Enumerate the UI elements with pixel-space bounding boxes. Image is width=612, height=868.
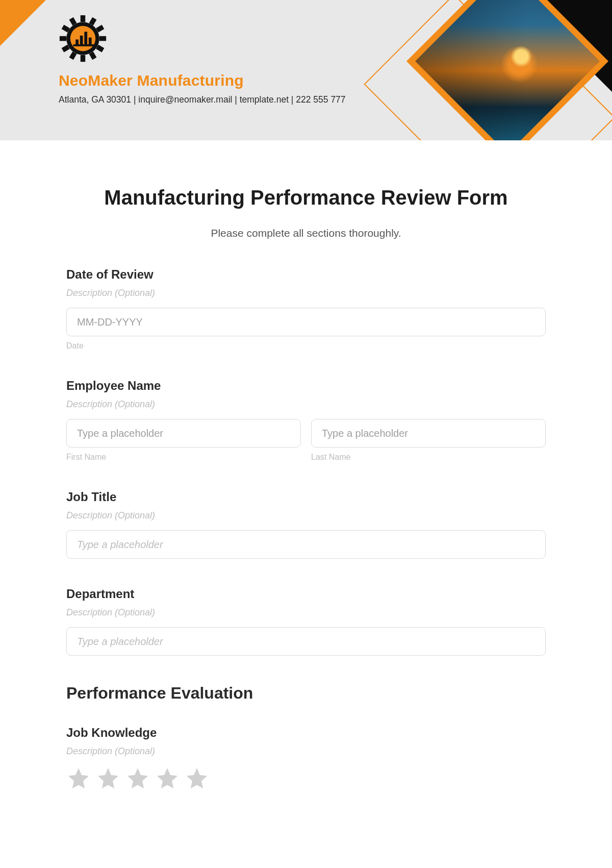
sublabel-last-name: Last Name bbox=[311, 453, 546, 462]
star-icon[interactable] bbox=[66, 766, 91, 790]
input-first-name[interactable] bbox=[66, 419, 301, 448]
star-icon[interactable] bbox=[125, 766, 150, 790]
svg-rect-10 bbox=[60, 36, 66, 41]
svg-rect-18 bbox=[73, 44, 95, 46]
star-icon[interactable] bbox=[155, 766, 180, 790]
desc-date[interactable]: Description (Optional) bbox=[66, 288, 546, 299]
label-department: Department bbox=[66, 587, 546, 601]
form-content: Manufacturing Performance Review Form Pl… bbox=[0, 140, 612, 821]
field-job-knowledge: Job Knowledge Description (Optional) bbox=[66, 726, 546, 790]
label-job-knowledge: Job Knowledge bbox=[66, 726, 546, 740]
desc-department[interactable]: Description (Optional) bbox=[66, 607, 546, 618]
input-job-title[interactable] bbox=[66, 530, 546, 559]
desc-job-title[interactable]: Description (Optional) bbox=[66, 510, 546, 521]
svg-rect-4 bbox=[99, 36, 106, 41]
brand-logo bbox=[59, 14, 107, 63]
sublabel-first-name: First Name bbox=[66, 453, 301, 462]
svg-rect-16 bbox=[84, 32, 87, 45]
brand-block: NeoMaker Manufacturing Atlanta, GA 30301… bbox=[59, 14, 346, 105]
form-subtitle: Please complete all sections thoroughly. bbox=[66, 227, 546, 239]
input-department[interactable] bbox=[66, 627, 546, 656]
field-employee: Employee Name Description (Optional) Fir… bbox=[66, 379, 546, 462]
header-banner: NeoMaker Manufacturing Atlanta, GA 30301… bbox=[0, 0, 612, 140]
field-department: Department Description (Optional) bbox=[66, 587, 546, 656]
brand-tagline: Atlanta, GA 30301 | inquire@neomaker.mai… bbox=[59, 94, 346, 105]
svg-rect-1 bbox=[81, 15, 86, 22]
sublabel-date: Date bbox=[66, 341, 546, 351]
form-title: Manufacturing Performance Review Form bbox=[66, 186, 546, 209]
desc-job-knowledge[interactable]: Description (Optional) bbox=[66, 746, 546, 757]
star-icon[interactable] bbox=[96, 766, 120, 790]
brand-name: NeoMaker Manufacturing bbox=[59, 72, 346, 89]
label-job-title: Job Title bbox=[66, 490, 546, 504]
star-icon[interactable] bbox=[185, 766, 209, 790]
desc-employee[interactable]: Description (Optional) bbox=[66, 399, 546, 410]
section-performance-evaluation: Performance Evaluation bbox=[66, 684, 546, 703]
label-employee: Employee Name bbox=[66, 379, 546, 393]
svg-rect-17 bbox=[89, 38, 92, 45]
corner-accent-left bbox=[0, 0, 46, 46]
svg-rect-7 bbox=[81, 55, 86, 62]
field-date: Date of Review Description (Optional) Da… bbox=[66, 267, 546, 351]
input-last-name[interactable] bbox=[311, 419, 546, 448]
field-job-title: Job Title Description (Optional) bbox=[66, 490, 546, 559]
svg-rect-15 bbox=[80, 36, 83, 45]
rating-job-knowledge[interactable] bbox=[66, 766, 546, 790]
label-date: Date of Review bbox=[66, 267, 546, 282]
input-date[interactable] bbox=[66, 308, 546, 336]
gear-icon bbox=[59, 14, 107, 63]
